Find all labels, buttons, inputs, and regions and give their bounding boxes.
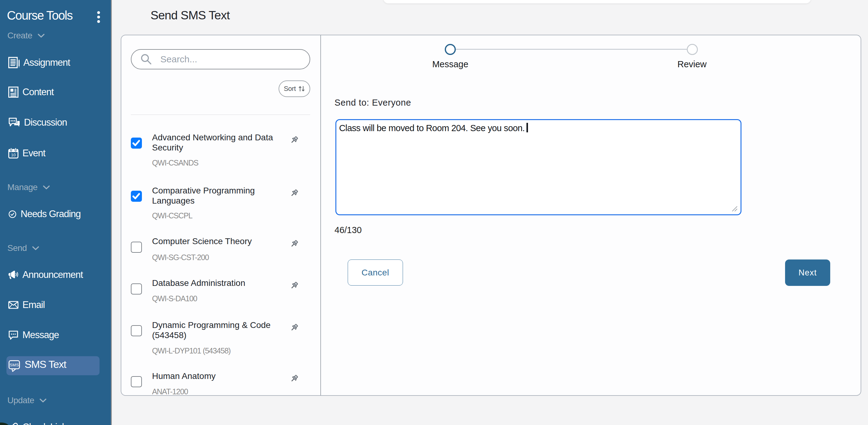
svg-text:SMS: SMS [9,362,19,367]
svg-text:10: 10 [11,153,16,157]
